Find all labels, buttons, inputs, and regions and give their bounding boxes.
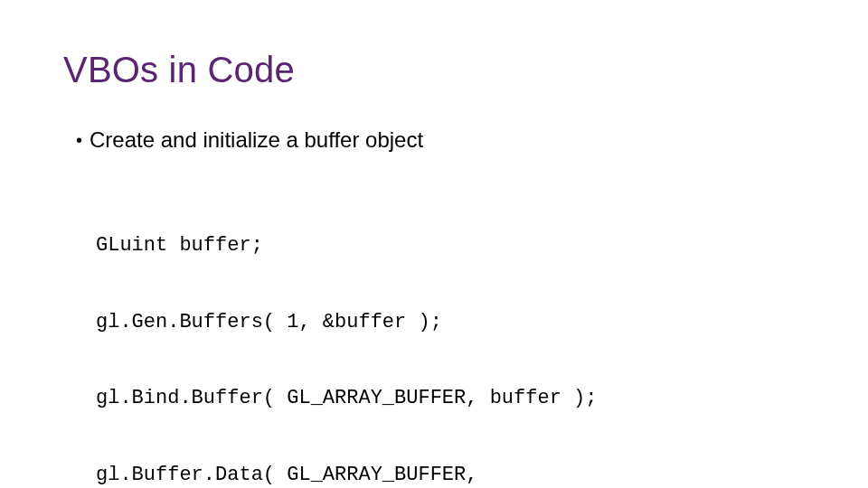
slide-title: VBOs in Code (63, 50, 805, 90)
code-block: GLuint buffer; gl.Gen.Buffers( 1, &buffe… (96, 183, 805, 488)
code-line: gl.Buffer.Data( GL_ARRAY_BUFFER, (96, 463, 805, 488)
bullet-dot-icon: • (76, 127, 82, 154)
code-line: gl.Bind.Buffer( GL_ARRAY_BUFFER, buffer … (96, 386, 805, 411)
bullet-text: Create and initialize a buffer object (90, 127, 423, 154)
code-line: gl.Gen.Buffers( 1, &buffer ); (96, 310, 805, 335)
slide: VBOs in Code • Create and initialize a b… (0, 0, 868, 488)
bullet-item: • Create and initialize a buffer object (76, 127, 805, 154)
code-line: GLuint buffer; (96, 233, 805, 258)
